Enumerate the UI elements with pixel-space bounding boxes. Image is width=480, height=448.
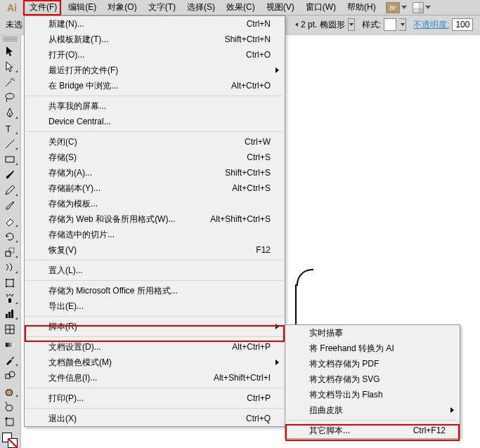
menu-window[interactable]: 窗口(W) [300,0,342,15]
file-menu-item-shortcut: Alt+Shift+Ctrl+S [210,214,271,224]
tool-panel: T [0,35,21,448]
script-menu-item[interactable]: 将文档导出为 Flash [285,387,460,402]
rectangle-tool[interactable] [0,152,20,167]
graph-tool[interactable] [0,306,20,322]
file-menu-item[interactable]: 存储为模板... [25,196,285,211]
line-tool[interactable] [0,136,20,152]
file-menu-item[interactable]: 文件信息(I)...Alt+Shift+Ctrl+I [25,370,285,386]
stroke-dropdown[interactable] [348,18,355,31]
stroke-prev-icon[interactable] [295,22,298,27]
file-menu-item-label: 打开(O)... [48,49,246,61]
menu-effect[interactable]: 效果(C) [221,0,261,15]
eraser-tool[interactable] [0,213,20,229]
paintbrush-tool[interactable] [0,167,20,183]
file-menu-item[interactable]: 从模板新建(T)...Shift+Ctrl+N [25,32,285,47]
fill-stroke-swatches[interactable] [0,431,20,448]
svg-point-9 [6,286,7,287]
lasso-tool[interactable] [0,90,20,105]
eyedropper-tool[interactable] [0,353,20,368]
file-menu-item[interactable]: 共享我的屏幕... [25,98,285,114]
arrange-dropdown-icon[interactable] [425,6,431,9]
menu-file[interactable]: 文件(F) [24,0,63,15]
file-menu-item[interactable]: 存储副本(Y)...Alt+Ctrl+S [25,180,285,196]
style-label: 样式: [362,19,381,31]
blend-tool[interactable] [0,368,20,383]
script-menu-item[interactable]: 将文档存储为 SVG [285,371,460,387]
free-transform-tool[interactable] [0,275,20,291]
file-menu-item[interactable]: 退出(X)Ctrl+Q [25,411,285,426]
file-menu-item[interactable]: 置入(L)... [25,263,285,278]
type-tool[interactable]: T [0,121,20,136]
file-menu-item[interactable]: 文档颜色模式(M) [25,355,285,370]
magic-wand-tool[interactable] [0,74,20,90]
bridge-dropdown-icon[interactable] [401,6,407,9]
app-logo: Ai [0,0,24,15]
mesh-tool[interactable] [0,322,20,337]
opacity-value[interactable]: 100 [452,18,473,31]
svg-rect-20 [6,343,14,347]
script-menu-item[interactable]: 将 Freehand 转换为 AI [285,341,460,356]
pen-tool[interactable] [0,105,20,121]
svg-rect-15 [8,312,11,318]
file-menu-item[interactable]: 导出(E)... [25,298,285,314]
script-menu-item[interactable]: 实时描摹 [285,325,460,341]
gradient-tool[interactable] [0,337,20,353]
file-menu-item[interactable]: 关闭(C)Ctrl+W [25,134,285,150]
script-menu-item[interactable]: 将文档存储为 PDF [285,356,460,371]
menu-type[interactable]: 文字(T) [143,0,181,15]
file-menu-item-label: 退出(X) [48,413,246,425]
file-menu-item[interactable]: 存储(S)Ctrl+S [25,150,285,165]
direct-selection-tool[interactable] [0,59,20,74]
script-menu-item[interactable]: 扭曲皮肤 [285,402,460,418]
svg-point-8 [13,279,14,280]
file-menu-item[interactable]: 文档设置(D)...Alt+Ctrl+P [25,339,285,355]
file-menu-item-shortcut: Alt+Ctrl+O [231,81,271,91]
script-menu-item[interactable]: 其它脚本...Ctrl+F12 [285,423,460,438]
file-menu-item-label: 打印(P)... [48,393,247,404]
stroke-swatch[interactable] [8,438,18,448]
warp-tool[interactable] [0,260,20,275]
file-menu-item-label: 文档颜色模式(M) [48,357,271,369]
script-menu-separator [286,420,459,421]
file-menu-item-shortcut: Ctrl+S [247,152,271,162]
style-swatch[interactable] [384,18,396,31]
menu-edit[interactable]: 编辑(E) [63,0,102,15]
style-dropdown[interactable] [399,18,406,31]
file-menu-item[interactable]: 存储为(A)...Shift+Ctrl+S [25,165,285,180]
menu-help[interactable]: 帮助(H) [342,0,382,15]
scale-tool[interactable] [0,244,20,260]
panel-grip[interactable] [3,37,18,42]
bridge-button[interactable]: Br [386,2,400,13]
file-menu-item[interactable]: 打开(O)...Ctrl+O [25,47,285,62]
pencil-tool[interactable] [0,183,20,198]
opacity-label[interactable]: 不透明度: [413,19,449,31]
svg-line-2 [6,140,14,148]
file-menu-item[interactable]: 存储为 Web 和设备所用格式(W)...Alt+Shift+Ctrl+S [25,211,285,227]
submenu-arrow-icon [275,324,279,329]
blob-brush-tool[interactable] [0,198,20,213]
file-menu-item[interactable]: 存储选中的切片... [25,227,285,242]
file-menu-item[interactable]: 脚本(R) [25,319,285,334]
svg-point-12 [6,294,8,296]
rotate-tool[interactable] [0,229,20,244]
live-paint-selection-tool[interactable] [0,399,20,414]
file-menu-item[interactable]: 新建(N)...Ctrl+N [25,16,285,32]
file-menu-item-label: 在 Bridge 中浏览... [48,80,231,92]
symbol-sprayer-tool[interactable] [0,291,20,306]
menu-view[interactable]: 视图(V) [261,0,300,15]
artboard-tool[interactable] [0,414,20,430]
file-menu-item-shortcut: Ctrl+O [246,50,271,60]
file-menu-item[interactable]: 打印(P)...Ctrl+P [25,390,285,406]
arrange-icon[interactable] [413,2,424,13]
selection-tool[interactable] [0,44,20,59]
menu-select[interactable]: 选择(S) [181,0,221,15]
live-paint-tool[interactable] [0,383,20,399]
file-menu-item[interactable]: 最近打开的文件(F) [25,62,285,78]
file-menu-item[interactable]: 恢复(V)F12 [25,242,285,258]
file-menu-item[interactable]: 在 Bridge 中浏览...Alt+Ctrl+O [25,78,285,93]
menu-object[interactable]: 对象(O) [102,0,142,15]
file-menu-item-shortcut: Ctrl+P [247,393,271,403]
file-menu-item[interactable]: Device Central... [25,114,285,129]
script-menu-item-label: 扭曲皮肤 [309,404,446,416]
file-menu-item[interactable]: 存储为 Microsoft Office 所用格式... [25,283,285,298]
